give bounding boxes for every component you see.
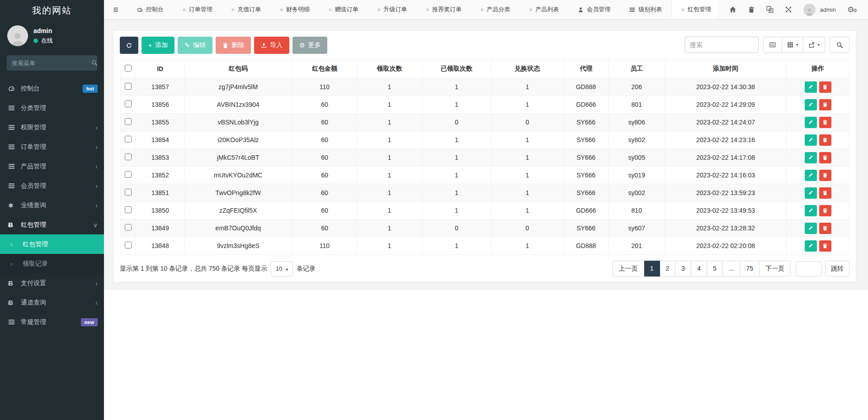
edit-row-button[interactable] (805, 117, 817, 128)
row-checkbox[interactable] (125, 206, 132, 213)
delete-row-button[interactable] (819, 117, 831, 128)
row-checkbox[interactable] (125, 189, 132, 196)
pencil-icon (808, 225, 813, 231)
edit-row-button[interactable] (805, 152, 817, 163)
edit-row-button[interactable] (805, 240, 817, 252)
sidebar-item-0[interactable]: 控制台hot (0, 79, 104, 98)
tab-6[interactable]: ○推荐奖订单 (416, 0, 471, 19)
jump-page-input[interactable] (796, 261, 821, 277)
jump-button[interactable]: 跳转 (825, 261, 849, 277)
import-button[interactable]: 导入 (254, 37, 289, 54)
cell-operations (787, 220, 849, 237)
edit-row-button[interactable] (805, 187, 817, 199)
edit-row-button[interactable] (805, 134, 817, 146)
search-button[interactable] (830, 37, 849, 53)
delete-row-button[interactable] (819, 223, 831, 234)
delete-button[interactable]: 删除 (216, 37, 251, 54)
sidebar-item-5[interactable]: 会员管理‹ (0, 176, 104, 196)
trash-icon[interactable] (748, 6, 755, 13)
user-menu[interactable]: admin (803, 4, 835, 16)
list-icon (8, 163, 19, 170)
edit-row-button[interactable] (805, 223, 817, 234)
pencil-icon (808, 102, 813, 107)
page-button-...[interactable]: ... (723, 261, 741, 277)
circle-icon: ○ (183, 7, 186, 12)
row-checkbox[interactable] (125, 118, 132, 125)
page-button-75[interactable]: 75 (740, 261, 760, 277)
edit-row-button[interactable] (805, 81, 817, 93)
sidebar-item-4[interactable]: 产品管理‹ (0, 157, 104, 176)
tab-2[interactable]: ○充值订单 (222, 0, 271, 19)
row-checkbox[interactable] (125, 83, 132, 90)
sidebar-item-1[interactable]: 分类管理 (0, 98, 104, 118)
sidebar-item-3[interactable]: 订单管理‹ (0, 137, 104, 157)
sidebar-item-12[interactable]: 常规管理new (0, 312, 104, 332)
delete-row-button[interactable] (819, 170, 831, 181)
circle-icon: ○ (681, 7, 684, 12)
page-button-1[interactable]: 1 (644, 261, 660, 277)
tab-9[interactable]: 会员管理 (568, 0, 620, 19)
avatar (7, 25, 28, 46)
row-checkbox-cell (120, 131, 136, 149)
tab-10[interactable]: 级别列表 (620, 0, 671, 19)
page-button-4[interactable]: 4 (691, 261, 707, 277)
row-checkbox[interactable] (125, 153, 132, 160)
export-button[interactable]: ▾ (803, 37, 825, 53)
sidebar-item-2[interactable]: 权限管理‹ (0, 118, 104, 137)
delete-row-button[interactable] (819, 99, 831, 110)
page-button-5[interactable]: 5 (707, 261, 723, 277)
cell-time: 2023-02-22 14:23:16 (665, 131, 786, 149)
delete-row-button[interactable] (819, 240, 831, 252)
edit-row-button[interactable] (805, 170, 817, 181)
cell-agent: GD888 (563, 237, 609, 255)
columns-button[interactable]: ▾ (782, 37, 804, 53)
sidebar-item-6[interactable]: ✱业绩查询‹ (0, 196, 104, 215)
page-button-3[interactable]: 3 (675, 261, 691, 277)
row-checkbox[interactable] (125, 100, 132, 107)
page-size-select[interactable]: 10 ▴ (271, 261, 293, 277)
sidebar-item-10[interactable]: Ƀ支付设置‹ (0, 273, 104, 293)
row-checkbox[interactable] (125, 242, 132, 248)
pencil-icon (808, 172, 813, 178)
row-checkbox[interactable] (125, 171, 132, 178)
tab-7[interactable]: ○产品分类 (471, 0, 520, 19)
tab-1[interactable]: ○订单管理 (173, 0, 222, 19)
more-button[interactable]: ⚙更多 (292, 37, 328, 54)
home-icon[interactable] (729, 6, 736, 13)
sidebar-search-input[interactable] (12, 60, 91, 67)
gears-icon[interactable]: ⚙⚙ (847, 5, 857, 14)
hamburger-icon[interactable]: ≡ (104, 0, 127, 19)
row-checkbox[interactable] (125, 224, 132, 231)
delete-row-button[interactable] (819, 187, 831, 199)
delete-row-button[interactable] (819, 81, 831, 93)
edit-row-button[interactable] (805, 205, 817, 216)
edit-row-button[interactable] (805, 99, 817, 110)
delete-row-button[interactable] (819, 205, 831, 216)
sidebar-item-7[interactable]: Ƀ红包管理∨ (0, 215, 104, 234)
select-all-checkbox[interactable] (125, 65, 132, 72)
refresh-button[interactable] (120, 37, 138, 54)
table-search-input[interactable] (685, 37, 759, 53)
tab-4[interactable]: ○赠送订单 (319, 0, 368, 19)
tab-8[interactable]: ○产品列表 (520, 0, 569, 19)
delete-row-button[interactable] (819, 134, 831, 146)
row-checkbox[interactable] (125, 136, 132, 143)
next-page-button[interactable]: 下一页 (760, 261, 791, 277)
badge-new: new (81, 318, 98, 326)
delete-row-button[interactable] (819, 152, 831, 163)
sidebar-item-9[interactable]: ○领取记录 (0, 254, 104, 273)
translate-icon[interactable]: A (766, 6, 774, 13)
sidebar-item-8[interactable]: ○红包管理 (0, 234, 104, 254)
sidebar-item-11[interactable]: Ƀ通道查询‹ (0, 293, 104, 312)
edit-button[interactable]: ✎编辑 (178, 37, 212, 54)
cell-agent: SY666 (563, 220, 609, 237)
detail-view-button[interactable] (763, 37, 782, 53)
fullscreen-icon[interactable] (785, 6, 792, 13)
tab-3[interactable]: ○财务明细 (270, 0, 319, 19)
tab-0[interactable]: 控制台 (127, 0, 173, 19)
page-button-2[interactable]: 2 (660, 261, 676, 277)
tab-5[interactable]: ○升级订单 (368, 0, 417, 19)
add-button[interactable]: +添加 (142, 37, 175, 54)
tab-11[interactable]: ○红包管理 (671, 0, 718, 19)
prev-page-button[interactable]: 上一页 (613, 261, 644, 277)
